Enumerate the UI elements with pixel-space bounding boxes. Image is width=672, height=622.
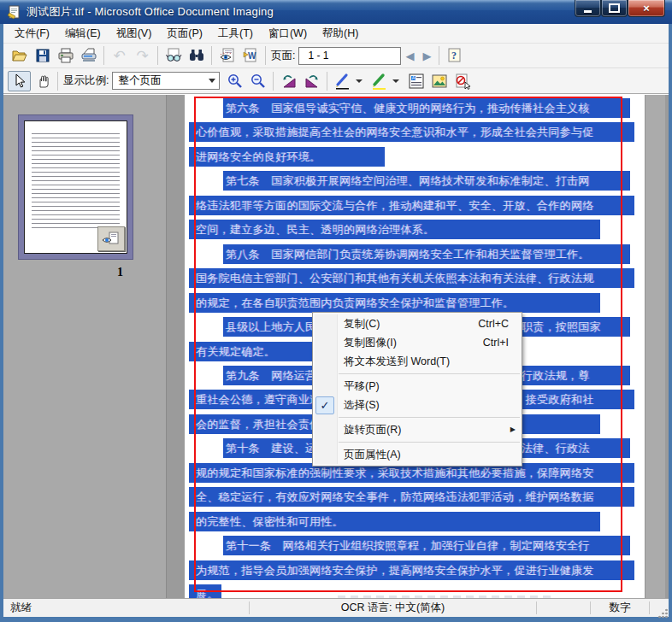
help-button[interactable]: ? [443, 45, 466, 66]
minimize-button[interactable] [575, 0, 601, 17]
zoom-out-button[interactable] [246, 71, 269, 91]
context-menu-item-label: 复制(C) [344, 318, 380, 330]
next-page-button[interactable]: ▶ [418, 50, 435, 62]
context-menu-item-copy[interactable]: 复制(C)Ctrl+C [313, 314, 522, 333]
context-menu-item-page-properties[interactable]: 页面属性(A) [313, 445, 522, 464]
thumbnail-page-preview [24, 120, 127, 254]
window-title: 测试图片.tif - Microsoft Office Document Ima… [27, 4, 274, 20]
menu-tools[interactable]: 工具(T) [210, 24, 261, 44]
highlighter-button[interactable] [368, 71, 391, 91]
menu-view[interactable]: 视图(V) [109, 24, 160, 44]
svg-text:A: A [412, 75, 416, 80]
doc-line[interactable]: 第八条 国家网信部门负责统筹协调网络安全工作和相关监督管理工作。 [223, 244, 630, 264]
rotate-right-icon [304, 73, 321, 90]
menu-page[interactable]: 页面(P) [159, 24, 210, 44]
doc-line[interactable]: 为规范，指导会员加强网络安全保护，提高网络安全保护水平，促进行业健康发 [189, 560, 634, 580]
picture-icon [431, 73, 448, 90]
doc-line[interactable]: 进网络安全的良好环境。 [189, 147, 385, 167]
help-icon: ? [446, 47, 463, 64]
context-menu-item-label: 旋转页面(R) [344, 424, 401, 436]
toolbar-separator [327, 72, 327, 91]
rotate-left-button[interactable] [277, 71, 300, 91]
doc-line[interactable]: 第六条 国家倡导诚实守信、健康文明的网络行为，推动传播社会主义核 [223, 98, 630, 118]
page-thumbnail[interactable] [18, 114, 133, 260]
select-tool-button[interactable] [8, 71, 31, 91]
zoom-in-icon [227, 73, 243, 89]
document-view: 第六条 国家倡导诚实守信、健康文明的网络行为，推动传播社会主义核心价值观，采取措… [167, 95, 669, 598]
context-menu-item-label: 平移(P) [344, 380, 380, 392]
pen-dropdown-arrow[interactable] [356, 79, 363, 83]
zoom-in-button[interactable] [223, 71, 246, 91]
context-menu-separator [339, 442, 520, 443]
rotate-right-button[interactable] [300, 71, 323, 91]
page-range-input[interactable] [298, 47, 401, 65]
doc-line[interactable]: 第十一条 网络相关行业组织按照章程，加强行业自律，制定网络安全行 [223, 536, 630, 555]
context-menu-shortcut: Ctrl+C [478, 314, 509, 333]
ocr-status-badge-icon [97, 226, 125, 251]
pen-annotation-button[interactable] [331, 71, 354, 91]
insert-picture-button[interactable] [427, 71, 451, 91]
zoom-label: 显示比例: [63, 73, 109, 88]
delete-annotation-button[interactable] [451, 71, 474, 91]
toolbar-separator [211, 46, 212, 65]
redo-icon: ↷ [136, 49, 148, 63]
toolbar-separator [103, 46, 104, 65]
toolbar-separator [265, 46, 266, 65]
doc-line[interactable]: 的规定，在各自职责范围内负责网络安全保护和监督管理工作。 [189, 293, 600, 313]
chevron-down-icon [209, 79, 215, 83]
print-button[interactable] [54, 45, 77, 66]
title-bar: 测试图片.tif - Microsoft Office Document Ima… [0, 0, 672, 24]
context-menu-shortcut: Ctrl+I [483, 333, 509, 352]
highlighter-dropdown-arrow[interactable] [392, 79, 399, 83]
recognized-text-button[interactable] [215, 45, 239, 66]
context-menu-item-label: 将文本发送到 Word(T) [344, 355, 450, 367]
context-menu-item-rotate-page[interactable]: 旋转页面(R)▶ [313, 420, 522, 439]
menu-help[interactable]: 帮助(H) [315, 24, 366, 44]
context-menu-item-pan[interactable]: 平移(P) [313, 377, 522, 396]
doc-line[interactable]: 的完整性、保密性和可用性。 [189, 512, 600, 531]
redo-button[interactable]: ↷ [131, 45, 154, 66]
maximize-button[interactable] [601, 0, 628, 17]
thumbnail-panel: 1 [3, 95, 167, 598]
menu-file[interactable]: 文件(F) [7, 24, 57, 44]
send-to-word-button[interactable]: W [239, 45, 262, 66]
doc-line[interactable]: 国务院电信主管部门、公安部门和其他有关机关依照本法和有关法律、行政法规 [189, 268, 634, 288]
ocr-glasses-icon [165, 47, 182, 64]
doc-line[interactable]: 络违法犯罪等方面的国际交流与合作，推动构建和平、安全、开放、合作的网络 [189, 196, 634, 215]
binoculars-icon [188, 47, 205, 64]
previous-page-button[interactable]: ◀ [401, 50, 418, 62]
ocr-recognize-button[interactable] [162, 45, 185, 66]
context-menu-item-copy-image[interactable]: 复制图像(I)Ctrl+I [313, 333, 522, 352]
svg-text:?: ? [451, 50, 457, 62]
view-toolbar: 显示比例: 整个页面 A [3, 68, 669, 94]
doc-line[interactable]: 空间，建立多边、民主、透明的网络治理体系。 [189, 220, 600, 239]
context-menu-item-label: 页面属性(A) [344, 449, 401, 461]
doc-line[interactable]: 第七条 国家积极开展网络空间治理、网络技术研发和标准制定、打击网 [223, 171, 630, 191]
text-annotation-button[interactable]: A [404, 71, 427, 91]
save-button[interactable] [31, 45, 54, 66]
toolbar-separator [157, 46, 158, 65]
doc-line[interactable]: 全、稳定运行，有效应对网络安全事件，防范网络违法犯罪活动，维护网络数据 [189, 487, 634, 507]
app-window: 测试图片.tif - Microsoft Office Document Ima… [0, 0, 672, 622]
context-menu-separator [339, 417, 520, 418]
vertical-scrollbar[interactable] [645, 95, 665, 598]
context-menu-item-select[interactable]: 选择(S)✓ [313, 396, 522, 414]
zoom-out-icon [250, 73, 266, 89]
checkmark-icon: ✓ [315, 396, 334, 414]
menu-window[interactable]: 窗口(W) [261, 24, 315, 44]
find-button[interactable] [185, 45, 208, 66]
delete-annotation-icon [454, 73, 471, 90]
pan-tool-button[interactable] [31, 71, 54, 91]
resize-grip[interactable] [657, 608, 668, 619]
scan-button[interactable] [77, 45, 100, 66]
undo-button[interactable]: ↶ [108, 45, 131, 66]
toolbar-separator [57, 72, 58, 91]
doc-line[interactable]: 展。 [189, 584, 221, 598]
open-button[interactable] [8, 45, 31, 66]
context-menu: 复制(C)Ctrl+C复制图像(I)Ctrl+I将文本发送到 Word(T)平移… [312, 312, 522, 466]
context-menu-item-send-text-to-word[interactable]: 将文本发送到 Word(T) [313, 352, 522, 371]
close-button[interactable]: × [628, 0, 665, 17]
menu-edit[interactable]: 编辑(E) [57, 24, 109, 44]
doc-line[interactable]: 心价值观，采取措施提高全社会的网络安全意识和水平，形成全社会共同参与促 [189, 122, 634, 142]
zoom-select[interactable]: 整个页面 [112, 72, 220, 90]
